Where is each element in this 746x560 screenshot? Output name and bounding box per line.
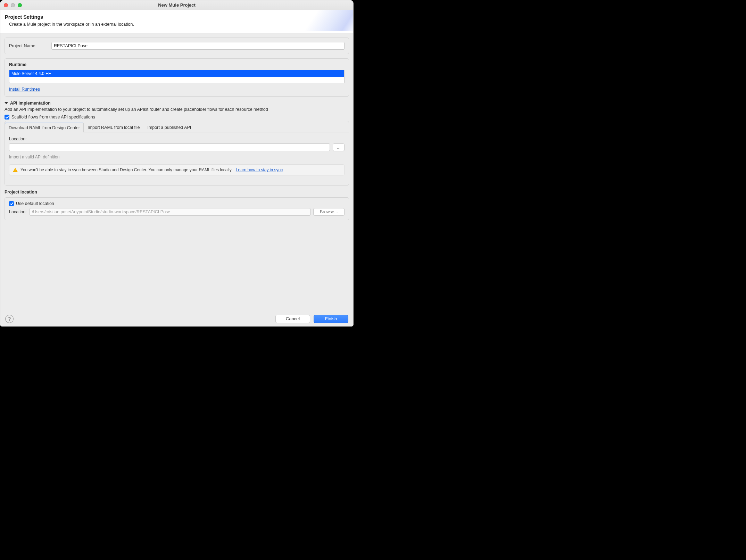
runtime-empty-row [9,77,344,83]
project-name-group: Project Name: [5,38,349,54]
project-location-browse-button[interactable]: Browse... [313,208,345,216]
api-location-hint: Import a valid API definition [9,155,345,159]
tab-body: Location: ... Import a valid API definit… [5,132,349,180]
header-decoration [295,10,354,31]
sync-warning-alert: You won't be able to stay in sync betwee… [9,164,345,175]
tab-import-raml-local[interactable]: Import RAML from local file [84,123,143,132]
runtime-list[interactable]: Mule Server 4.4.0 EE [9,70,345,83]
project-name-input[interactable] [51,42,345,50]
project-location-section: Project location Use default location Lo… [5,190,349,220]
runtime-title: Runtime [9,62,345,67]
use-default-location-checkbox[interactable] [9,201,14,206]
help-button[interactable]: ? [5,315,14,323]
api-implementation-section: API Implementation Add an API implementa… [5,101,349,186]
api-impl-toggle[interactable]: API Implementation [5,101,349,106]
content-area: Project Name: Runtime Mule Server 4.4.0 … [0,33,353,311]
install-runtimes-link[interactable]: Install Runtimes [9,87,40,92]
project-name-label: Project Name: [9,43,47,48]
api-tabs: Download RAML from Design Center Import … [5,123,349,132]
api-location-browse-button[interactable]: ... [333,143,345,151]
project-location-group: Use default location Location: /Users/cr… [5,197,349,220]
runtime-item[interactable]: Mule Server 4.4.0 EE [9,70,344,77]
page-subtitle: Create a Mule project in the workspace o… [9,22,348,27]
api-impl-title: API Implementation [10,101,51,106]
scaffold-checkbox[interactable] [5,115,9,120]
page-title: Project Settings [5,14,348,20]
warning-icon [13,168,18,172]
window-title: New Mule Project [0,2,353,8]
api-location-label: Location: [9,137,345,141]
titlebar: New Mule Project [0,0,353,10]
sync-warning-text: You won't be able to stay in sync betwee… [20,167,232,172]
api-location-input[interactable] [9,143,330,151]
runtime-group: Runtime Mule Server 4.4.0 EE Install Run… [5,58,349,97]
header-panel: Project Settings Create a Mule project i… [0,10,353,33]
tab-import-published-api[interactable]: Import a published API [143,123,195,132]
dialog-window: New Mule Project Project Settings Create… [0,0,354,327]
tab-download-raml[interactable]: Download RAML from Design Center [5,123,84,132]
api-impl-description: Add an API implementation to your projec… [5,107,349,112]
sync-learn-link[interactable]: Learn how to stay in sync [236,167,283,172]
use-default-location-row[interactable]: Use default location [9,201,345,206]
api-tabs-group: Download RAML from Design Center Import … [5,121,349,186]
dialog-footer: ? Cancel Finish [0,311,353,326]
scaffold-checkbox-label: Scaffold flows from these API specificat… [11,115,95,120]
use-default-location-label: Use default location [16,201,54,206]
project-location-title: Project location [5,190,349,195]
finish-button[interactable]: Finish [314,315,348,323]
chevron-down-icon [5,102,8,104]
scaffold-checkbox-row[interactable]: Scaffold flows from these API specificat… [5,115,349,120]
project-location-path-input: /Users/cristian.pose/AnypointStudio/stud… [30,208,310,216]
project-location-path-label: Location: [9,209,27,214]
cancel-button[interactable]: Cancel [275,315,310,323]
